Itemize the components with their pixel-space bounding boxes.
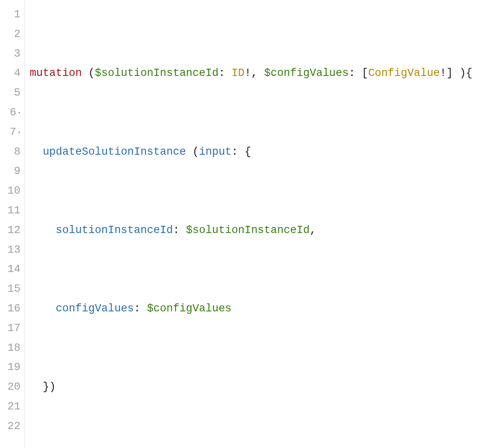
code-line[interactable]: solutionInstanceId: $solutionInstanceId, [30, 221, 472, 240]
code-line[interactable]: mutation ($solutionInstanceId: ID!, $con… [30, 63, 472, 83]
punctuation-token: : [173, 224, 179, 236]
line-number: 20 [0, 377, 22, 397]
variable-token: $configValues [264, 67, 349, 79]
punctuation-token: { [466, 67, 472, 79]
line-number: 12 [0, 221, 22, 240]
line-number: 15 [0, 279, 22, 299]
line-number: 16 [0, 299, 22, 319]
punctuation-token: } [43, 381, 49, 393]
field-token: configValues [56, 303, 134, 315]
variable-token: $solutionInstanceId [95, 67, 219, 79]
field-token: updateSolutionInstance [43, 146, 186, 158]
line-number: 11 [0, 201, 22, 221]
line-number: 19 [0, 358, 22, 377]
punctuation-token: ! [245, 67, 251, 79]
code-area[interactable]: mutation ($solutionInstanceId: ID!, $con… [25, 0, 472, 448]
punctuation-token: { [245, 146, 251, 158]
punctuation-token: ) [459, 67, 466, 79]
line-number: 14 [0, 260, 22, 279]
line-number: 18 [0, 338, 22, 358]
fold-toggle-icon[interactable]: ▾ [18, 123, 20, 143]
code-line[interactable]: configValues: $configValues [30, 299, 472, 319]
punctuation-token: [ [362, 67, 368, 79]
type-token: ConfigValue [368, 67, 440, 79]
punctuation-token: , [251, 67, 258, 79]
line-number-gutter: 1 2 3 4 5 6▾ 7▾ 8 9 10 11 12 13 14 15 16… [0, 0, 25, 448]
punctuation-token: ( [192, 146, 199, 158]
fold-toggle-icon[interactable]: ▾ [18, 103, 20, 123]
punctuation-token: , [310, 224, 316, 236]
line-number: 1 [0, 5, 22, 25]
punctuation-token: ( [88, 67, 95, 79]
line-number: 9 [0, 162, 22, 181]
line-number: 17 [0, 319, 22, 338]
line-number[interactable]: 7▾ [0, 123, 22, 142]
code-editor[interactable]: 1 2 3 4 5 6▾ 7▾ 8 9 10 11 12 13 14 15 16… [0, 0, 499, 448]
punctuation-token: : [349, 67, 355, 79]
line-number: 4 [0, 63, 22, 83]
line-number: 10 [0, 181, 22, 201]
keyword-token: mutation [30, 67, 82, 79]
punctuation-token: : [231, 146, 238, 158]
punctuation-token: ) [49, 381, 56, 393]
line-number: 5 [0, 83, 22, 103]
punctuation-token: : [219, 67, 225, 79]
punctuation-token: : [134, 303, 140, 315]
line-number: 21 [0, 397, 22, 417]
line-number: 22 [0, 417, 22, 436]
variable-token: $configValues [147, 303, 232, 315]
field-token: solutionInstanceId [56, 224, 173, 236]
variable-token: $solutionInstanceId [186, 224, 310, 236]
line-number: 8 [0, 142, 22, 162]
line-number: 2 [0, 25, 22, 44]
argument-token: input [199, 146, 231, 158]
line-number: 13 [0, 240, 22, 260]
punctuation-token: ! [440, 67, 446, 79]
code-line[interactable]: updateSolutionInstance (input: { [30, 142, 472, 162]
line-number[interactable]: 6▾ [0, 103, 22, 123]
line-number: 3 [0, 44, 22, 64]
type-token: ID [231, 67, 244, 79]
code-line[interactable]: }) [30, 377, 472, 397]
punctuation-token: ] [446, 67, 453, 79]
